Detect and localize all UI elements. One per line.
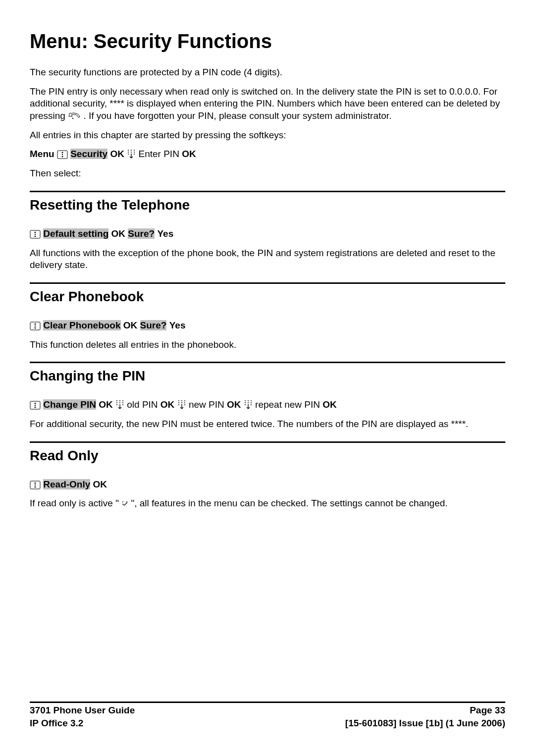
old-pin-label: old PIN — [127, 399, 160, 410]
svg-point-38 — [251, 400, 252, 401]
page-footer: 3701 Phone User Guide Page 33 IP Office … — [30, 702, 505, 729]
menu-label: Menu — [30, 149, 54, 159]
svg-point-33 — [178, 404, 179, 405]
svg-point-37 — [248, 400, 249, 401]
svg-point-44 — [251, 404, 252, 405]
readonly-body: If read only is active " ", all features… — [30, 497, 505, 510]
yes-label: Yes — [157, 228, 173, 239]
pin-body: For additional security, the new PIN mus… — [30, 418, 505, 431]
svg-point-18 — [116, 400, 117, 401]
readonly-sequence: Read-Only OK — [30, 479, 505, 491]
footer-left-2: IP Office 3.2 — [30, 718, 83, 729]
section-divider — [30, 191, 505, 192]
keypad-icon — [127, 149, 136, 160]
readonly-heading: Read Only — [30, 448, 505, 464]
ok-label: OK — [99, 399, 115, 410]
svg-point-17 — [35, 405, 36, 406]
footer-left-1: 3701 Phone User Guide — [30, 705, 135, 716]
svg-point-34 — [181, 404, 182, 405]
nav-key-icon — [30, 400, 41, 410]
keypad-icon — [177, 400, 186, 411]
page-content: Menu: Security Functions The security fu… — [0, 0, 535, 510]
svg-point-11 — [134, 154, 135, 155]
pin-sequence: Change PIN OK old PIN OK — [30, 399, 505, 411]
svg-point-0 — [72, 118, 73, 119]
svg-point-47 — [122, 501, 123, 502]
then-select: Then select: — [30, 167, 505, 180]
footer-divider — [30, 702, 505, 703]
svg-point-39 — [245, 402, 246, 403]
svg-point-3 — [128, 150, 129, 151]
svg-point-15 — [35, 325, 36, 326]
svg-point-5 — [134, 150, 135, 151]
footer-right-1: Page 33 — [470, 705, 505, 716]
ok-label: OK — [322, 399, 337, 410]
reset-body: All functions with the exception of the … — [30, 247, 505, 271]
svg-point-13 — [35, 234, 36, 235]
svg-point-36 — [245, 400, 246, 401]
intro-p2: The PIN entry is only necessary when rea… — [30, 86, 505, 122]
nav-key-icon — [30, 321, 41, 331]
section-divider — [30, 441, 505, 443]
svg-point-26 — [122, 404, 123, 405]
read-only-softkey: Read-Only — [43, 479, 90, 489]
reset-sequence: Default setting OK Sure? Yes — [30, 228, 505, 240]
clear-body: This function deletes all entries in the… — [30, 339, 505, 351]
section-divider — [30, 362, 505, 363]
new-pin-label: new PIN — [189, 399, 227, 410]
footer-right-2: [15-601083] Issue [1b] (1 June 2006) — [345, 718, 505, 729]
svg-point-20 — [122, 400, 123, 401]
svg-point-28 — [181, 400, 182, 401]
nav-key-icon — [57, 150, 68, 160]
svg-point-32 — [184, 402, 185, 403]
svg-point-9 — [128, 154, 129, 155]
nav-key-icon — [30, 229, 41, 239]
reset-heading: Resetting the Telephone — [30, 197, 505, 213]
pin-heading: Changing the PIN — [30, 368, 505, 384]
ok-label: OK — [160, 399, 177, 410]
svg-point-27 — [178, 400, 179, 401]
clear-sequence: Clear Phonebook OK Sure? Yes — [30, 320, 505, 332]
svg-point-25 — [119, 404, 120, 405]
ok-label-2: OK — [182, 149, 196, 159]
ok-label: OK — [93, 479, 107, 489]
svg-point-24 — [116, 404, 117, 405]
ok-label: OK — [123, 320, 140, 330]
svg-point-4 — [131, 150, 132, 151]
svg-point-42 — [245, 404, 246, 405]
intro-p2b: . If you have forgotten your PIN, please… — [83, 110, 391, 121]
svg-point-41 — [251, 402, 252, 403]
backspace-call-icon — [68, 112, 81, 120]
svg-point-10 — [131, 154, 132, 155]
svg-point-29 — [184, 400, 185, 401]
svg-point-19 — [119, 400, 120, 401]
svg-point-23 — [122, 402, 123, 403]
readonly-body-a: If read only is active " — [30, 498, 119, 508]
checkmark-indicator-icon — [121, 500, 128, 506]
sure-softkey: Sure? — [128, 228, 155, 239]
svg-point-6 — [128, 152, 129, 153]
svg-point-48 — [126, 501, 127, 502]
svg-point-21 — [116, 402, 117, 403]
svg-point-2 — [62, 154, 63, 155]
svg-point-8 — [134, 152, 135, 153]
ok-label: OK — [110, 149, 127, 159]
nav-key-icon — [30, 480, 41, 490]
repeat-pin-label: repeat new PIN — [255, 399, 322, 410]
keypad-icon — [115, 400, 124, 411]
enter-pin-label: Enter PIN — [139, 149, 182, 159]
svg-point-31 — [181, 402, 182, 403]
svg-point-22 — [119, 402, 120, 403]
svg-point-40 — [248, 402, 249, 403]
intro-p3: All entries in this chapter are started … — [30, 129, 505, 142]
clear-heading: Clear Phonebook — [30, 289, 505, 305]
change-pin-softkey: Change PIN — [43, 399, 96, 410]
keypad-icon — [244, 400, 253, 411]
svg-point-43 — [248, 404, 249, 405]
intro-sequence: Menu Security OK Enter PIN OK — [30, 148, 505, 161]
section-divider — [30, 282, 505, 284]
default-setting-softkey: Default setting — [43, 228, 108, 239]
svg-point-46 — [35, 484, 36, 485]
readonly-body-b: ", all features in the menu can be check… — [131, 498, 448, 508]
sure-softkey: Sure? — [140, 320, 167, 330]
